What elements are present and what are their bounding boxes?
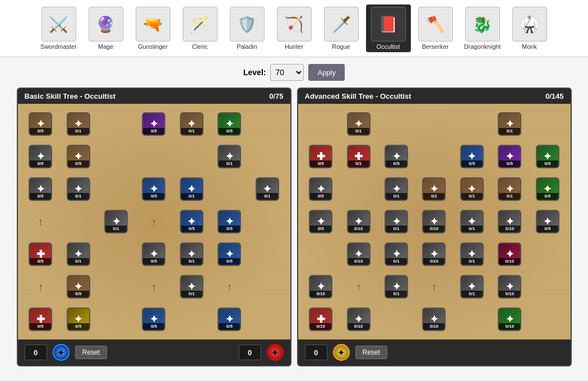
class-dragonknight[interactable]: 🐉 Dragonknight (460, 4, 505, 52)
skill-icon[interactable]: ✦ 0/5 (217, 307, 241, 331)
skill-icon-blue[interactable]: ✦ 0/5 (136, 173, 172, 205)
skill-icon[interactable]: ✦ 0/10 (347, 242, 371, 266)
skill-icon[interactable]: ✦ 0/10 (422, 242, 446, 266)
skill-icon[interactable]: ✦ 0/10 (347, 210, 371, 233)
skill-icon[interactable]: ✦ 0/5 (536, 210, 559, 233)
class-swordmaster[interactable]: ⚔️ Swordmaster (36, 4, 81, 52)
skill-icon-green[interactable]: ✦ 0/5 (529, 173, 566, 205)
skill-icon-gray[interactable]: ✦ 0/1 (453, 271, 490, 302)
skill-icon-gray[interactable]: ✦ 0/1 (249, 173, 285, 205)
skill-icon-gray[interactable]: ✦ 0/1 (60, 238, 96, 270)
skill-icon[interactable]: ✦ 0/5 (460, 145, 484, 168)
skill-icon-brown[interactable]: ✦ 0/1 (340, 108, 377, 140)
skill-icon-blue[interactable]: ✦ 0/1 (173, 173, 210, 205)
skill-icon[interactable]: ✦ 0/5 (142, 177, 165, 201)
skill-icon-gray[interactable]: ✦ 0/5 (22, 173, 59, 205)
skill-icon[interactable]: ✚ 0/5 (29, 242, 52, 266)
skill-icon-gray[interactable]: ✦ 0/5 (378, 141, 414, 172)
skill-icon-gray[interactable]: ✦ 0/10 (416, 238, 452, 270)
skill-icon-gray[interactable]: ✦ 0/1 (378, 206, 414, 237)
skill-icon-gray[interactable]: ✦ 0/5 (529, 206, 566, 237)
skill-icon[interactable]: ✦ 0/1 (180, 112, 203, 136)
skill-icon-gray[interactable]: ✦ 0/5 (136, 238, 172, 270)
skill-icon[interactable]: ✦ 0/1 (67, 177, 90, 201)
skill-icon[interactable]: ✦ 0/5 (309, 177, 332, 201)
skill-icon[interactable]: ✦ 0/5 (217, 242, 241, 266)
skill-icon[interactable]: ✦ 0/10 (498, 242, 521, 266)
skill-icon-brown[interactable]: ✦ 0/1 (492, 108, 528, 140)
skill-icon-purple[interactable]: ✦ 0/5 (136, 108, 172, 140)
skill-icon-wine[interactable]: ✦ 0/10 (492, 238, 528, 270)
skill-icon[interactable]: ✦ 0/1 (180, 177, 203, 201)
skill-icon-brown[interactable]: ✦ 0/5 (22, 108, 59, 140)
skill-icon-gray[interactable]: ✦ 0/1 (173, 271, 210, 302)
skill-icon[interactable]: ✦ 0/1 (498, 112, 521, 136)
skill-icon[interactable]: ✦ 0/10 (498, 210, 521, 233)
skill-icon-gray[interactable]: ✦ 0/1 (211, 141, 248, 172)
skill-icon[interactable]: ✦ 0/1 (385, 242, 408, 266)
skill-icon[interactable]: ✚ 0/5 (29, 307, 52, 331)
skill-icon[interactable]: ✦ 0/1 (256, 177, 279, 201)
skill-icon[interactable]: ✦ 0/1 (217, 145, 241, 168)
skill-icon-brown[interactable]: ✦ 0/1 (492, 173, 528, 205)
skill-icon-blue[interactable]: ✦ 0/5 (453, 141, 490, 172)
skill-icon-blue[interactable]: ✦ 0/5 (173, 206, 210, 237)
skill-icon-gray[interactable]: ✦ 0/5 (22, 141, 59, 172)
skill-icon-brown[interactable]: ✦ 0/5 (60, 141, 96, 172)
skill-icon-gray[interactable]: ✦ 0/1 (60, 173, 96, 205)
skill-icon[interactable]: ✦ 0/1 (385, 177, 408, 201)
skill-icon[interactable]: ✦ 0/5 (217, 210, 241, 233)
skill-icon-gray[interactable]: ✦ 0/10 (340, 238, 377, 270)
skill-icon[interactable]: ✦ 0/10 (498, 275, 521, 299)
skill-icon[interactable]: ✦ 0/5 (142, 307, 165, 331)
skill-icon[interactable]: ✦ 0/5 (29, 177, 52, 201)
skill-icon-gray[interactable]: ✦ 0/1 (378, 173, 414, 205)
skill-icon[interactable]: ✦ 0/1 (67, 112, 90, 136)
skill-icon-gray[interactable]: ✦ 0/1 (453, 238, 490, 270)
skill-icon[interactable]: ✦ 0/10 (422, 210, 446, 233)
skill-icon-red[interactable]: ✚ 0/5 (303, 141, 339, 172)
skill-icon[interactable]: ✦ 0/5 (309, 210, 332, 233)
skill-icon[interactable]: ✦ 0/5 (536, 145, 559, 168)
skill-icon[interactable]: ✦ 0/5 (536, 177, 559, 201)
skill-icon[interactable]: ✦ 0/5 (142, 112, 165, 136)
skill-icon-blue[interactable]: ✦ 0/5 (211, 238, 248, 270)
skill-icon-gray[interactable]: ✦ 0/1 (378, 238, 414, 270)
skill-icon-blue[interactable]: ✦ 0/5 (211, 206, 248, 237)
skill-icon[interactable]: ✦ 0/1 (67, 242, 90, 266)
class-cleric[interactable]: 🪄 Cleric (178, 4, 223, 52)
skill-icon[interactable]: ✦ 0/10 (347, 307, 371, 331)
skill-icon-gray[interactable]: ✦ 0/10 (340, 206, 377, 237)
skill-icon[interactable]: ✦ 0/5 (67, 275, 90, 299)
skill-icon[interactable]: ✚ 0/1 (347, 145, 371, 168)
skill-icon-brown[interactable]: ✦ 0/1 (453, 173, 490, 205)
advanced-reset-button[interactable]: Reset (355, 346, 387, 359)
skill-icon-red[interactable]: ✚ 0/10 (303, 304, 339, 335)
skill-icon-gray[interactable]: ✦ 0/5 (303, 173, 339, 205)
skill-icon-brown[interactable]: ✦ 0/1 (60, 108, 96, 140)
skill-icon[interactable]: ✦ 0/5 (180, 210, 203, 233)
skill-icon-gray[interactable]: ✦ 0/1 (378, 271, 414, 302)
skill-icon[interactable]: ✦ 0/10 (422, 307, 446, 331)
skill-icon-gray[interactable]: ✦ 0/10 (416, 206, 452, 237)
skill-icon[interactable]: ✦ 0/1 (460, 177, 484, 201)
skill-icon[interactable]: ✦ 0/5 (67, 145, 90, 168)
skill-icon[interactable]: ✦ 0/1 (460, 210, 484, 233)
skill-icon[interactable]: ✦ 0/10 (498, 307, 521, 331)
skill-icon-gray[interactable]: ✦ 0/10 (416, 304, 452, 335)
skill-icon[interactable]: ✦ 0/1 (460, 242, 484, 266)
skill-icon[interactable]: ✦ 0/5 (498, 145, 521, 168)
skill-icon[interactable]: ✦ 0/1 (385, 210, 408, 233)
skill-icon-blue[interactable]: ✦ 0/5 (136, 304, 172, 335)
skill-icon-blue[interactable]: ✦ 0/5 (211, 304, 248, 335)
class-rogue[interactable]: 🗡️ Rogue (319, 4, 364, 52)
skill-icon[interactable]: ✦ 0/1 (422, 177, 446, 201)
skill-icon-red[interactable]: ✚ 0/1 (340, 141, 377, 172)
skill-icon[interactable]: ✦ 0/1 (104, 210, 128, 233)
skill-icon-gray[interactable]: ✦ 0/10 (340, 304, 377, 335)
skill-icon[interactable]: ✚ 0/10 (309, 307, 332, 331)
skill-icon[interactable]: ✦ 0/1 (180, 242, 203, 266)
skill-icon[interactable]: ✦ 0/5 (142, 242, 165, 266)
skill-icon-gray[interactable]: ✦ 0/10 (492, 206, 528, 237)
skill-icon-red[interactable]: ✚ 0/5 (22, 304, 59, 335)
